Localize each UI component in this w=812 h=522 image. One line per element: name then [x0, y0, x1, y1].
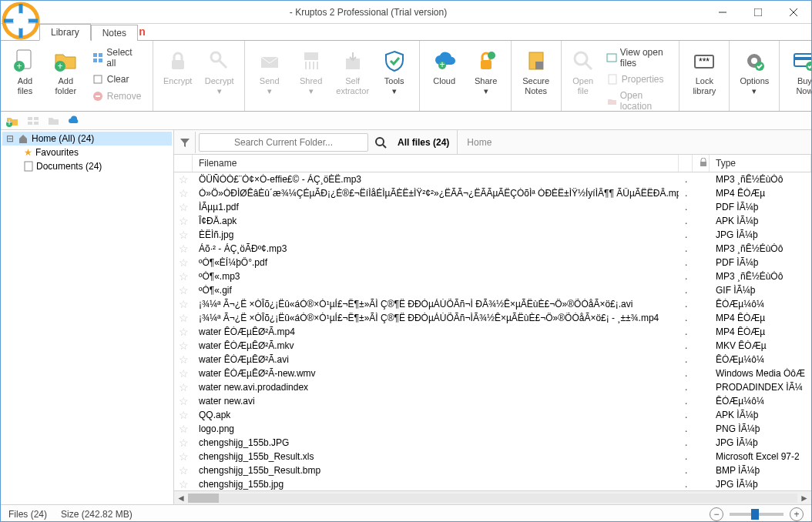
- svg-rect-14: [99, 59, 102, 62]
- buy-now-button[interactable]: Buy Now: [786, 44, 812, 107]
- tools-button[interactable]: Tools ▾: [376, 44, 413, 107]
- tab-notes[interactable]: Notes: [91, 25, 138, 41]
- search-icon[interactable]: [371, 136, 390, 149]
- star-icon[interactable]: ☆: [174, 423, 193, 435]
- star-icon[interactable]: ☆: [174, 243, 193, 255]
- star-icon[interactable]: ☆: [174, 326, 193, 338]
- add-files-button[interactable]: + Add files: [7, 44, 43, 107]
- column-filename[interactable]: Filename: [193, 155, 679, 172]
- add-folder-button[interactable]: + Add folder: [48, 44, 84, 107]
- shred-button[interactable]: Shred ▾: [293, 44, 330, 107]
- maximize-button[interactable]: [740, 1, 776, 24]
- svg-rect-22: [304, 52, 318, 60]
- tree-documents[interactable]: Documents (24): [2, 159, 172, 173]
- star-icon[interactable]: ☆: [174, 381, 193, 393]
- star-icon[interactable]: ☆: [174, 340, 193, 352]
- star-icon[interactable]: ☆: [174, 270, 193, 283]
- select-all-button[interactable]: Select all: [89, 45, 146, 70]
- star-icon[interactable]: ☆: [174, 395, 193, 407]
- table-row[interactable]: ☆ÖÜÑÓÓ£¨Ó¢×Ó-effie£© - ÁÇ¸öÈË.mp3.MP3 ¸ñ…: [174, 172, 811, 186]
- secure-notes-button[interactable]: Secure Notes: [518, 44, 555, 107]
- folder-icon[interactable]: [47, 115, 59, 126]
- decrypt-button[interactable]: Decrypt ▾: [201, 44, 238, 107]
- star-icon[interactable]: ☆: [174, 215, 193, 227]
- zoom-in-button[interactable]: +: [790, 507, 804, 521]
- horizontal-scrollbar[interactable]: ◄ ►: [174, 490, 811, 504]
- minimize-button[interactable]: [705, 1, 740, 24]
- star-icon[interactable]: ☆: [174, 312, 193, 324]
- table-row[interactable]: ☆¡¾¼ª Ã¬¿Ë ×ÓÎõ¿¡Ëû«áÒ®×Ó¹µÍ£¬Ë¶±»ÃÌ Ç®¶…: [174, 311, 811, 325]
- table-row[interactable]: ☆ÌÃµµ1.pdf.PDF ÌÃ¼þ: [174, 200, 811, 214]
- encrypt-button[interactable]: Encrypt: [159, 44, 196, 107]
- options-button[interactable]: Options ▾: [736, 44, 773, 107]
- column-lock[interactable]: [693, 155, 710, 172]
- zoom-slider[interactable]: [730, 513, 783, 516]
- open-file-button[interactable]: Open file: [568, 44, 599, 107]
- file-dot: .: [679, 271, 693, 282]
- file-type: MP4 ÊÓÆµ: [710, 326, 811, 337]
- table-row[interactable]: ☆water new.avi.ÊÓÆµ¼ô¼­: [174, 394, 811, 408]
- file-dot: .: [679, 423, 693, 434]
- table-row[interactable]: ☆ºÓ¶«.gif.GIF ÌÃ¼þ: [174, 283, 811, 297]
- tab-library[interactable]: Library: [39, 24, 91, 41]
- filter-icon[interactable]: [174, 132, 196, 153]
- table-row[interactable]: ☆logo.png.PNG ÌÃ¼þ: [174, 422, 811, 436]
- share-button[interactable]: Share ▾: [468, 44, 505, 107]
- star-icon[interactable]: ☆: [174, 437, 193, 449]
- table-row[interactable]: ☆chengshijg_155b.JPG.JPG ÌÃ¼þ: [174, 436, 811, 450]
- self-extractor-button[interactable]: Self extractor: [334, 44, 371, 107]
- table-row[interactable]: ☆QQ.apk.APK ÌÃ¼þ: [174, 408, 811, 422]
- scroll-thumb[interactable]: [188, 494, 219, 503]
- window-title: - Kruptos 2 Professional (Trial version): [32, 7, 705, 18]
- scroll-right-icon[interactable]: ►: [797, 493, 811, 504]
- clear-button[interactable]: Clear: [89, 72, 146, 87]
- star-icon[interactable]: ☆: [174, 173, 193, 186]
- remove-button[interactable]: Remove: [89, 89, 146, 104]
- star-icon[interactable]: ☆: [174, 353, 193, 366]
- open-location-button[interactable]: Open location: [603, 89, 673, 113]
- table-row[interactable]: ☆water ÊÓÆµÊØ²Ã.mkv.MKV ÊÓÆµ: [174, 339, 811, 353]
- lock-library-button[interactable]: ***Lock library: [686, 44, 723, 107]
- collapse-icon[interactable]: ⊟: [5, 133, 15, 144]
- table-row[interactable]: ☆Ò»Ö»ÓĐÌØÊâÈû´æ¾¼ÇÉµÃĐ¡¿É®£¬ËíÌåÉÌµÃÈË±Ì…: [174, 186, 811, 200]
- star-icon[interactable]: ☆: [174, 187, 193, 199]
- star-icon[interactable]: ☆: [174, 284, 193, 296]
- table-row[interactable]: ☆chengshijg_155b_Result.xls.Microsoft Ex…: [174, 450, 811, 463]
- star-icon[interactable]: ☆: [174, 409, 193, 421]
- tree-home[interactable]: ⊟ Home (All) (24): [2, 132, 172, 146]
- cloud-button[interactable]: +Cloud: [426, 44, 463, 107]
- table-row[interactable]: ☆ºÓ¶«ÈÍ¼þÔ°.pdf.PDF ÌÃ¼þ: [174, 256, 811, 269]
- table-row[interactable]: ☆Î¢ĐÅ.apk.APK ÌÃ¼þ: [174, 214, 811, 228]
- table-row[interactable]: ☆chengshijg_155b.jpg.JPG ÌÃ¼þ: [174, 477, 811, 490]
- folder-view-icon[interactable]: [27, 115, 39, 126]
- tree-favourites[interactable]: ★ Favourites: [2, 146, 172, 159]
- view-open-files-button[interactable]: View open files: [603, 45, 673, 70]
- properties-button[interactable]: Properties: [603, 72, 673, 87]
- table-row[interactable]: ☆Áõ·² - ÁÇ¸öÃĐº¢.mp3.MP3 ¸ñÊ½ÉùÒô: [174, 242, 811, 256]
- close-button[interactable]: [776, 1, 811, 24]
- star-icon[interactable]: ☆: [174, 229, 193, 241]
- star-icon[interactable]: ☆: [174, 367, 193, 380]
- table-row[interactable]: ☆water ÊÓÆµÊØ²Ã-new.wmv.Windows Media Óô…: [174, 366, 811, 380]
- table-row[interactable]: ☆water ÊÓÆµÊØ²Ã.mp4.MP4 ÊÓÆµ: [174, 325, 811, 339]
- table-row[interactable]: ☆ÈËÌñ.jpg.JPG ÌÃ¼þ: [174, 228, 811, 242]
- table-row[interactable]: ☆water new.avi.prodadindex.PRODADINDEX Ì…: [174, 380, 811, 394]
- star-icon[interactable]: ☆: [174, 201, 193, 213]
- star-icon[interactable]: ☆: [174, 478, 193, 490]
- search-input[interactable]: [199, 133, 368, 152]
- new-folder-icon[interactable]: +: [5, 115, 19, 127]
- table-row[interactable]: ☆water ÊÓÆµÊØ²Ã.avi.ÊÓÆµ¼ô¼­: [174, 353, 811, 366]
- column-type[interactable]: Type: [710, 155, 811, 172]
- table-row[interactable]: ☆ºÓ¶«.mp3.MP3 ¸ñÊ½ÉùÒô: [174, 269, 811, 283]
- table-row[interactable]: ☆¡¾¼ª Ã¬¿Ë ×ÓÎõ¿¡Ëû«áÒ®×Ó¹µÍ£¬Ë¶±»ÃÌ Ç®¶…: [174, 297, 811, 311]
- file-name: ¡¾¼ª Ã¬¿Ë ×ÓÎõ¿¡Ëû«áÒ®×Ó¹µÍ£¬Ë¶±»ÃÌ Ç®¶Ë…: [193, 313, 679, 323]
- scroll-left-icon[interactable]: ◄: [174, 493, 188, 504]
- cloud-small-icon[interactable]: [67, 115, 81, 126]
- star-icon[interactable]: ☆: [174, 450, 193, 463]
- star-icon[interactable]: ☆: [174, 298, 193, 310]
- star-icon[interactable]: ☆: [174, 256, 193, 269]
- star-icon[interactable]: ☆: [174, 464, 193, 477]
- zoom-out-button[interactable]: −: [710, 507, 723, 521]
- send-button[interactable]: Send ▾: [251, 44, 288, 107]
- table-row[interactable]: ☆chengshijg_155b_Result.bmp.BMP ÌÃ¼þ: [174, 463, 811, 477]
